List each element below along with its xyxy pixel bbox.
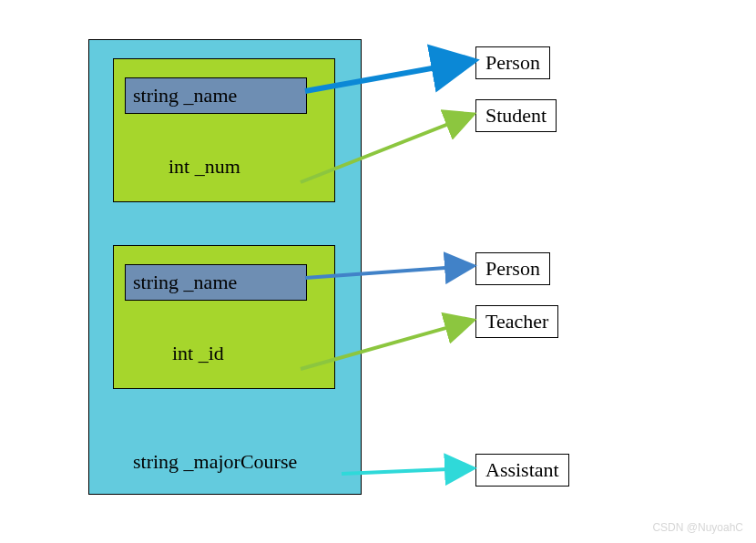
- teacher-member-text: int _id: [172, 342, 224, 365]
- label-person-1: Person: [475, 46, 550, 79]
- person-subobject-2: string _name: [125, 264, 307, 301]
- teacher-subobject-box: string _name int _id: [113, 245, 335, 389]
- student-subobject-box: string _name int _num: [113, 58, 335, 202]
- assistant-member-text: string _majorCourse: [133, 450, 297, 474]
- person-subobject-1: string _name: [125, 77, 307, 114]
- name-field-2: string _name: [133, 271, 237, 293]
- label-teacher: Teacher: [475, 305, 558, 338]
- assistant-object-box: string _name int _num string _name int _…: [88, 39, 362, 495]
- label-assistant: Assistant: [475, 454, 569, 487]
- student-member-text: int _num: [169, 155, 240, 179]
- watermark: CSDN @NuyoahC: [652, 521, 743, 534]
- name-field-1: string _name: [133, 84, 237, 107]
- label-person-2: Person: [475, 252, 550, 285]
- label-student: Student: [475, 99, 557, 132]
